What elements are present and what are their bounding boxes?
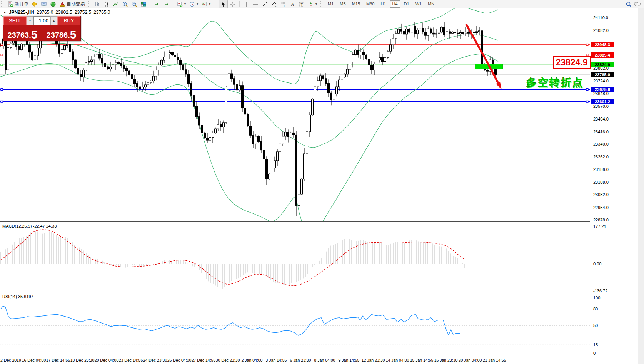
main-toolbar: 新订单 自动交易 <box>0 0 644 8</box>
timeframe-button-h1[interactable]: H1 <box>378 0 389 8</box>
auto-scroll-button[interactable] <box>153 0 161 8</box>
horizontal-line-tool-button[interactable] <box>251 0 260 8</box>
price-tick-label: 23340.0 <box>593 142 609 146</box>
svg-text:T: T <box>301 2 303 6</box>
price-level-badge: 23601.2 <box>591 99 614 104</box>
volume-increase-button[interactable]: ▴ <box>50 16 57 25</box>
fibonacci-tool-button[interactable]: F <box>279 0 287 8</box>
new-chart-button[interactable]: ▾ <box>175 0 187 8</box>
tile-windows-button[interactable] <box>139 0 148 8</box>
sell-price[interactable]: 23763.5 <box>3 25 42 41</box>
timeframe-button-m15[interactable]: M15 <box>349 0 363 8</box>
time-tick-label: 23 Dec 14:55 <box>119 358 143 362</box>
zoom-out-button[interactable] <box>130 0 138 8</box>
chart-shift-button[interactable] <box>162 0 170 8</box>
buy-price[interactable]: 23786.5 <box>42 25 80 41</box>
timeframe-button-w1[interactable]: W1 <box>413 0 425 8</box>
candlestick-icon <box>103 1 110 7</box>
collapse-chart-icon[interactable]: ▲ <box>3 10 7 14</box>
market-watch-icon <box>41 1 47 7</box>
candlestick-mode-button[interactable] <box>102 0 111 8</box>
new-order-button[interactable]: 新订单 <box>6 0 30 8</box>
time-tick-label: 8 Jan 04:00 <box>314 358 335 362</box>
chevron-down-icon: ▾ <box>197 2 198 6</box>
macd-tick-label: 177.21 <box>593 224 606 229</box>
timeframe-button-d1[interactable]: D1 <box>401 0 412 8</box>
timeframe-button-m5[interactable]: M5 <box>337 0 348 8</box>
price-tick-label: 24110.0 <box>593 15 608 20</box>
timeframe-button-mn[interactable]: MN <box>425 0 437 8</box>
crosshair-tool-button[interactable] <box>229 0 237 8</box>
toolbar-grip[interactable] <box>88 1 91 7</box>
time-tick-label: 17 Dec 14:55 <box>46 358 70 362</box>
line-chart-mode-button[interactable] <box>112 0 120 8</box>
rsi-tick-label: 50 <box>593 323 598 328</box>
bar-chart-mode-button[interactable] <box>93 0 102 8</box>
market-watch-button[interactable] <box>40 0 48 8</box>
zoom-in-icon <box>122 1 128 7</box>
navigator-button[interactable] <box>49 0 57 8</box>
macd-label: MACD(12,26,9) -22.47 24.33 <box>2 224 57 228</box>
ohlc-open: 23765.0 <box>37 10 53 15</box>
time-tick-label: 16 Dec 04:00 <box>22 358 46 362</box>
turning-point-text[interactable]: 多空转折点 <box>526 76 584 90</box>
panel-splitter[interactable] <box>0 221 590 223</box>
trading-platform-window: 新订单 自动交易 <box>0 0 644 364</box>
rsi-tick-label: 80 <box>593 307 598 311</box>
vertical-line-tool-button[interactable] <box>242 0 250 8</box>
price-tick-label: 23570.0 <box>593 104 609 109</box>
time-tick-label: 24 Dec 23:30 <box>143 358 167 362</box>
templates-button[interactable]: ▾ <box>200 0 212 8</box>
toolbar-grip[interactable] <box>214 1 217 7</box>
line-chart-icon <box>113 1 119 7</box>
ohlc-close: 23765.0 <box>93 10 110 15</box>
search-icon[interactable] <box>626 1 632 7</box>
macd-tick-label: -136.72 <box>593 289 607 293</box>
trendline-tool-button[interactable] <box>260 0 269 8</box>
trendline-icon <box>262 1 268 7</box>
time-tick-label: 30 Dec 23:30 <box>216 358 240 362</box>
tile-windows-icon <box>140 1 147 7</box>
chart-shift-icon <box>163 1 169 7</box>
time-tick-label: 14 Jan 04:00 <box>386 358 409 362</box>
rsi-tick-label: 15 <box>593 342 598 347</box>
price-level-badge: 23765.0 <box>591 72 614 77</box>
price-tick-label: 22954.0 <box>593 205 609 210</box>
rsi-tick-label: 100 <box>593 295 600 300</box>
timeframe-button-h4[interactable]: H4 <box>390 0 400 8</box>
time-tick-label: 18 Dec 23:30 <box>70 358 94 362</box>
timeframe-button-m1[interactable]: M1 <box>325 0 336 8</box>
zoom-in-button[interactable] <box>121 0 129 8</box>
time-tick-label: 20 Jan 04:00 <box>459 358 482 362</box>
volume-decrease-button[interactable]: ▾ <box>27 16 33 25</box>
time-tick-label: 20 Dec 04:00 <box>95 358 118 362</box>
cursor-tool-button[interactable] <box>219 0 228 8</box>
sell-button[interactable]: SELL <box>3 16 27 25</box>
text-label-tool-button[interactable]: T <box>297 0 306 8</box>
price-level-badge: 23675.8 <box>591 87 614 92</box>
templates-icon <box>201 1 207 7</box>
bar-chart-icon <box>94 1 100 7</box>
toolbar-grip[interactable] <box>1 1 4 7</box>
profiles-button[interactable] <box>30 0 39 8</box>
price-callout-box[interactable]: 23824.9 <box>553 56 591 69</box>
clock-icon <box>189 1 195 7</box>
cursor-icon <box>220 1 226 7</box>
chart-area[interactable] <box>0 8 590 356</box>
text-tool-button[interactable]: A <box>288 0 297 8</box>
volume-input[interactable]: 1.00 <box>33 16 50 25</box>
svg-text:F: F <box>284 5 285 7</box>
buy-button[interactable]: BUY <box>57 16 80 25</box>
toolbar-grip[interactable] <box>320 1 323 7</box>
time-tick-label: 9 Jan 14:55 <box>339 358 360 362</box>
timeframe-button-m30[interactable]: M30 <box>364 0 377 8</box>
arrows-tool-button[interactable]: ▾ <box>307 0 318 8</box>
channel-tool-button[interactable]: E <box>270 0 278 8</box>
new-order-label: 新订单 <box>15 1 28 7</box>
period-button[interactable]: ▾ <box>188 0 199 8</box>
chat-icon[interactable] <box>634 1 641 7</box>
chevron-down-icon: ▾ <box>209 2 210 6</box>
panel-splitter[interactable] <box>0 292 590 294</box>
autotrading-button[interactable]: 自动交易 <box>58 0 86 8</box>
text-icon: A <box>289 1 295 7</box>
